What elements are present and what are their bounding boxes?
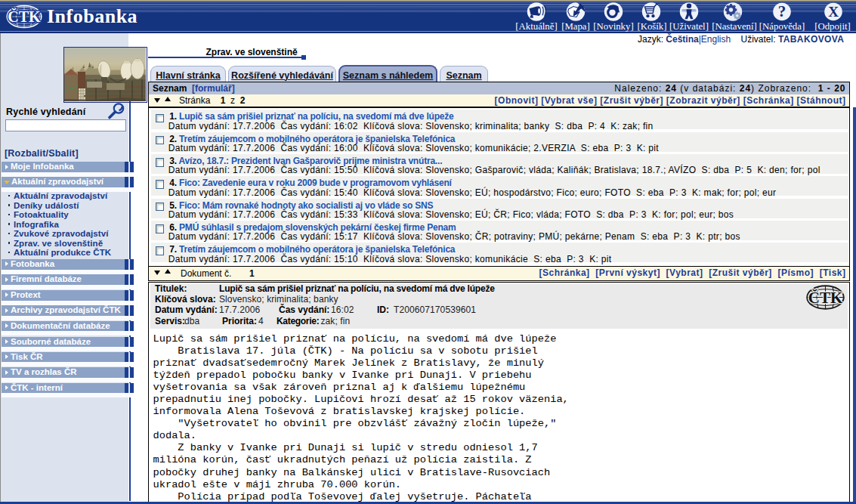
svg-text:ČTK: ČTK <box>808 289 843 307</box>
svg-text:X: X <box>828 4 839 20</box>
svg-text:?: ? <box>778 2 786 20</box>
